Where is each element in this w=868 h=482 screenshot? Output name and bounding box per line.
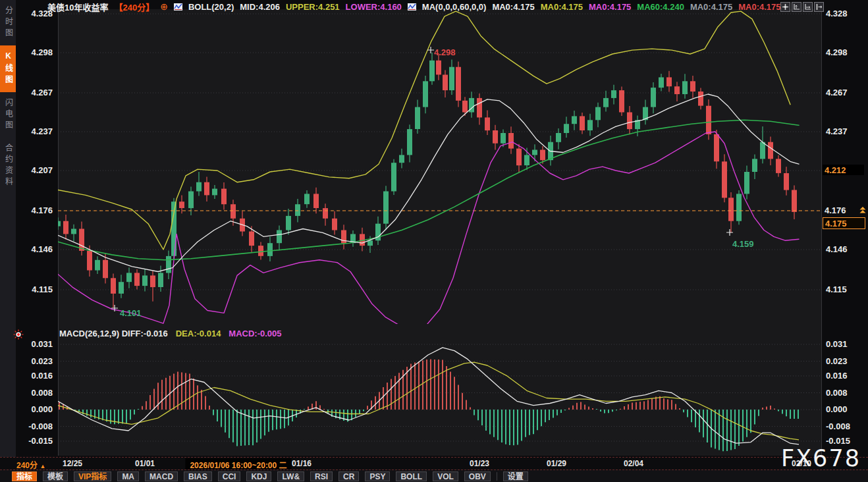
- y-tick-label: 0.008: [31, 388, 53, 398]
- y-tick-label: -0.015: [28, 437, 53, 446]
- macd-canvas[interactable]: [58, 338, 822, 456]
- toolbar-button-template[interactable]: 模板: [43, 471, 68, 481]
- chart-tool-icons: [780, 2, 824, 12]
- pan-crosshair-icon[interactable]: [780, 2, 790, 12]
- sidebar-item-kline-chart[interactable]: K线图: [0, 45, 16, 92]
- toolbar-button-lw[interactable]: LW&: [277, 471, 304, 481]
- x-tick-label: 01/16: [292, 459, 312, 468]
- y-tick-label: 0.000: [826, 405, 848, 414]
- svg-text:4.298: 4.298: [434, 47, 456, 57]
- toolbar-button-macd[interactable]: MACD: [145, 471, 178, 481]
- macd-dea-label: DEA:-0.014: [176, 329, 221, 338]
- current-price-tick: 4.176: [825, 205, 846, 215]
- x-tick-label: 01/01: [135, 459, 155, 468]
- period-tag[interactable]: 【240分】: [114, 1, 154, 13]
- x-tick-label: 02/04: [624, 459, 643, 468]
- svg-text:4.101: 4.101: [120, 308, 142, 318]
- x-tick-label: 01/23: [470, 459, 489, 468]
- scale-axis-left-icon[interactable]: [792, 2, 801, 12]
- toolbar-button-psy[interactable]: PSY: [365, 471, 390, 481]
- ma-value: MA60:4.240: [637, 2, 684, 12]
- toolbar-button-indicator[interactable]: 指标: [12, 471, 37, 481]
- toolbar-divider: [497, 472, 497, 481]
- macd-header: MACD(26,12,9) DIFF:-0.016 DEA:-0.014 MAC…: [59, 329, 282, 338]
- macd-diff-label: MACD(26,12,9) DIFF:-0.016: [59, 329, 168, 338]
- sidebar-item-label: 合约资料: [4, 144, 13, 188]
- ma-values: MA0:4.175MA0:4.175MA0:4.175MA60:4.240MA0…: [492, 2, 780, 12]
- sidebar-item-lightning-chart[interactable]: 闪电图: [0, 92, 16, 138]
- toolbar-button-bias[interactable]: BIAS: [184, 471, 212, 481]
- fx678-watermark: FX678: [781, 446, 861, 470]
- macd-value-label: MACD:-0.005: [229, 329, 281, 338]
- boll-mid-value: MID:4.206: [240, 2, 280, 12]
- toolbar-button-cci[interactable]: CCI: [218, 471, 241, 481]
- x-axis-strip: 240分 ▲ 2026/01/06 16:00~20:00 二 12/2501/…: [0, 457, 868, 469]
- ma-value-marker: 4.212: [823, 165, 864, 175]
- toolbar-button-vip-indicator[interactable]: VIP指标: [74, 471, 111, 481]
- scale-axis-right-icon[interactable]: [803, 2, 813, 12]
- alarm-icon[interactable]: [13, 329, 24, 342]
- add-indicator-icon[interactable]: ⊕: [160, 3, 168, 11]
- last-price-marker: 4.175: [823, 217, 865, 229]
- y-tick-label: 0.016: [826, 371, 848, 381]
- y-tick-label: 0.031: [826, 340, 848, 349]
- sidebar-item-contract-info[interactable]: 合约资料: [0, 138, 16, 194]
- sidebar-item-label: 分时图: [4, 6, 13, 40]
- sidebar-item-time-chart[interactable]: 分时图: [0, 0, 16, 45]
- ma-value: MA0:4.175: [589, 2, 631, 12]
- ma-params-label: MA(0,0,0,60,0,0): [422, 2, 487, 12]
- y-tick-label: 0.031: [31, 340, 53, 349]
- mini-chart-icon[interactable]: [174, 3, 182, 11]
- y-tick-label: 0.008: [826, 388, 848, 398]
- y-tick-label: -0.008: [28, 422, 53, 431]
- y-tick-label: -0.015: [826, 437, 850, 446]
- price-alert-arrows-icon[interactable]: [859, 205, 867, 217]
- y-tick-label: 0.023: [31, 357, 53, 366]
- mini-chart-icon[interactable]: [408, 3, 416, 11]
- boll-upper-value: UPPER:4.251: [286, 2, 340, 12]
- toolbar-button-settings[interactable]: 设置: [503, 471, 528, 481]
- chart-header: 美债10年收益率 【240分】 ⊕ BOLL(20,2) MID:4.206 U…: [47, 1, 781, 12]
- ma-value: MA0:4.175: [541, 2, 583, 12]
- macd-left-axis: 0.0310.0230.0160.0080.000-0.008-0.015: [16, 0, 55, 457]
- left-sidebar: 分时图K线图闪电图合约资料: [0, 0, 16, 457]
- boll-lower-value: LOWER:4.160: [346, 2, 402, 12]
- collapse-panel-icon[interactable]: [814, 2, 824, 12]
- x-tick-label: 12/25: [63, 459, 82, 468]
- toolbar-button-ma[interactable]: MA: [117, 471, 139, 481]
- sidebar-item-label: K线图: [4, 51, 13, 86]
- y-tick-label: 0.000: [31, 405, 53, 414]
- x-tick-label: 01/29: [547, 459, 566, 468]
- indicator-toolbar: 指标模板VIP指标MAMACDBIASCCIKDJLW&RSICRPSYBOLL…: [0, 469, 868, 482]
- toolbar-button-cr[interactable]: CR: [339, 471, 359, 481]
- up-triangle-icon: ▲: [40, 463, 45, 469]
- sidebar-item-label: 闪电图: [4, 98, 13, 132]
- boll-label: BOLL(20,2): [188, 2, 234, 12]
- svg-text:4.159: 4.159: [732, 239, 754, 249]
- toolbar-button-kdj[interactable]: KDJ: [246, 471, 271, 481]
- toolbar-button-vol[interactable]: VOL: [433, 471, 458, 481]
- main-chart-canvas[interactable]: 4.2984.1014.159: [58, 9, 822, 324]
- chart-title: 美债10年收益率: [47, 1, 108, 13]
- y-tick-label: -0.008: [826, 422, 850, 431]
- ma-value: MA0:4.175: [738, 2, 780, 12]
- toolbar-button-boll[interactable]: BOLL: [396, 471, 427, 481]
- ma-value: MA0:4.175: [492, 2, 534, 12]
- toolbar-button-obv[interactable]: OBV: [464, 471, 491, 481]
- y-tick-label: 0.016: [31, 371, 53, 381]
- toolbar-button-rsi[interactable]: RSI: [310, 471, 333, 481]
- ma-value: MA0:4.175: [690, 2, 732, 12]
- y-tick-label: 0.023: [826, 357, 848, 366]
- current-period-label[interactable]: 240分 ▲: [16, 459, 45, 470]
